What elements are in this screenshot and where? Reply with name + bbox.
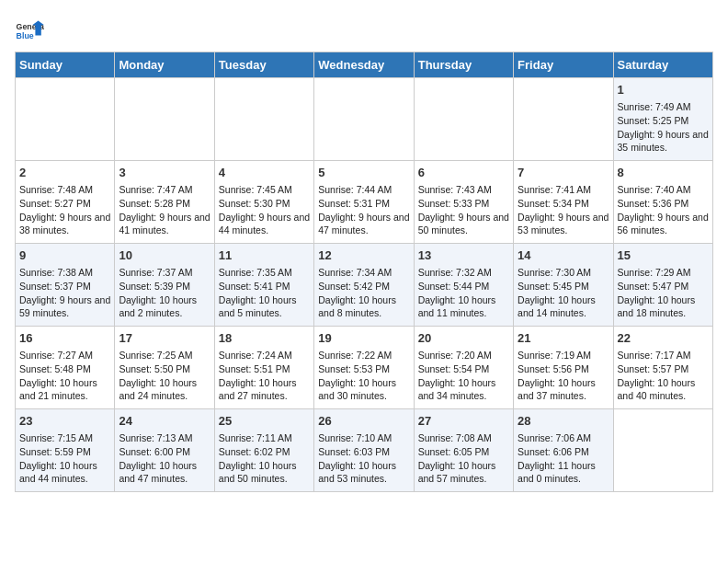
day-number: 16 xyxy=(19,330,110,347)
day-info: Sunrise: 7:13 AM Sunset: 6:00 PM Dayligh… xyxy=(119,431,210,486)
day-number: 6 xyxy=(418,165,509,181)
day-number: 9 xyxy=(19,247,110,264)
calendar-cell xyxy=(414,78,513,161)
calendar-cell: 12Sunrise: 7:34 AM Sunset: 5:42 PM Dayli… xyxy=(314,244,414,327)
weekday-header: Tuesday xyxy=(214,52,313,78)
calendar-cell: 1Sunrise: 7:49 AM Sunset: 5:25 PM Daylig… xyxy=(613,78,712,161)
calendar-week-row: 16Sunrise: 7:27 AM Sunset: 5:48 PM Dayli… xyxy=(16,327,713,409)
day-info: Sunrise: 7:24 AM Sunset: 5:51 PM Dayligh… xyxy=(219,349,310,403)
logo-icon: General Blue xyxy=(15,15,44,44)
day-info: Sunrise: 7:25 AM Sunset: 5:50 PM Dayligh… xyxy=(119,349,210,403)
calendar-cell: 9Sunrise: 7:38 AM Sunset: 5:37 PM Daylig… xyxy=(16,244,115,327)
day-number: 13 xyxy=(418,247,509,264)
calendar-week-row: 2Sunrise: 7:48 AM Sunset: 5:27 PM Daylig… xyxy=(16,161,713,244)
day-info: Sunrise: 7:34 AM Sunset: 5:42 PM Dayligh… xyxy=(318,266,409,320)
day-info: Sunrise: 7:30 AM Sunset: 5:45 PM Dayligh… xyxy=(518,266,609,320)
calendar-cell: 24Sunrise: 7:13 AM Sunset: 6:00 PM Dayli… xyxy=(115,409,214,492)
svg-text:Blue: Blue xyxy=(17,31,34,40)
calendar-table: SundayMondayTuesdayWednesdayThursdayFrid… xyxy=(15,52,713,492)
weekday-header: Monday xyxy=(115,52,214,78)
day-number: 23 xyxy=(19,413,110,430)
calendar-cell: 8Sunrise: 7:40 AM Sunset: 5:36 PM Daylig… xyxy=(613,161,712,244)
day-info: Sunrise: 7:19 AM Sunset: 5:56 PM Dayligh… xyxy=(518,349,609,403)
calendar-cell: 16Sunrise: 7:27 AM Sunset: 5:48 PM Dayli… xyxy=(16,327,115,409)
day-number: 22 xyxy=(618,330,709,347)
day-number: 11 xyxy=(219,247,310,264)
day-info: Sunrise: 7:22 AM Sunset: 5:53 PM Dayligh… xyxy=(318,349,409,403)
day-number: 10 xyxy=(119,247,210,264)
day-info: Sunrise: 7:27 AM Sunset: 5:48 PM Dayligh… xyxy=(19,349,110,403)
day-info: Sunrise: 7:41 AM Sunset: 5:34 PM Dayligh… xyxy=(518,183,609,237)
day-number: 18 xyxy=(219,330,310,347)
day-info: Sunrise: 7:32 AM Sunset: 5:44 PM Dayligh… xyxy=(418,266,509,320)
calendar-cell xyxy=(115,78,214,161)
calendar-cell: 17Sunrise: 7:25 AM Sunset: 5:50 PM Dayli… xyxy=(115,327,214,409)
calendar-cell: 10Sunrise: 7:37 AM Sunset: 5:39 PM Dayli… xyxy=(115,244,214,327)
day-info: Sunrise: 7:47 AM Sunset: 5:28 PM Dayligh… xyxy=(119,183,210,237)
calendar-cell: 26Sunrise: 7:10 AM Sunset: 6:03 PM Dayli… xyxy=(314,409,414,492)
weekday-header: Thursday xyxy=(414,52,513,78)
day-info: Sunrise: 7:48 AM Sunset: 5:27 PM Dayligh… xyxy=(19,183,110,237)
calendar-cell: 13Sunrise: 7:32 AM Sunset: 5:44 PM Dayli… xyxy=(414,244,513,327)
header: General Blue xyxy=(15,15,713,44)
day-info: Sunrise: 7:08 AM Sunset: 6:05 PM Dayligh… xyxy=(418,431,509,486)
day-info: Sunrise: 7:06 AM Sunset: 6:06 PM Dayligh… xyxy=(518,431,609,486)
day-number: 8 xyxy=(618,165,709,181)
day-number: 19 xyxy=(318,330,409,347)
calendar-cell xyxy=(214,78,313,161)
day-info: Sunrise: 7:11 AM Sunset: 6:02 PM Dayligh… xyxy=(219,431,310,486)
day-number: 2 xyxy=(19,165,110,181)
calendar-cell xyxy=(613,409,712,492)
day-number: 27 xyxy=(418,413,509,430)
day-info: Sunrise: 7:38 AM Sunset: 5:37 PM Dayligh… xyxy=(19,266,110,320)
calendar-week-row: 9Sunrise: 7:38 AM Sunset: 5:37 PM Daylig… xyxy=(16,244,713,327)
calendar-cell: 25Sunrise: 7:11 AM Sunset: 6:02 PM Dayli… xyxy=(214,409,313,492)
logo: General Blue xyxy=(15,15,48,44)
weekday-header: Sunday xyxy=(16,52,115,78)
day-number: 12 xyxy=(318,247,409,264)
day-info: Sunrise: 7:44 AM Sunset: 5:31 PM Dayligh… xyxy=(318,183,409,237)
calendar-cell: 2Sunrise: 7:48 AM Sunset: 5:27 PM Daylig… xyxy=(16,161,115,244)
calendar-week-row: 23Sunrise: 7:15 AM Sunset: 5:59 PM Dayli… xyxy=(16,409,713,492)
day-info: Sunrise: 7:29 AM Sunset: 5:47 PM Dayligh… xyxy=(618,266,709,320)
day-info: Sunrise: 7:15 AM Sunset: 5:59 PM Dayligh… xyxy=(19,431,110,486)
calendar-cell: 28Sunrise: 7:06 AM Sunset: 6:06 PM Dayli… xyxy=(514,409,613,492)
calendar-cell: 18Sunrise: 7:24 AM Sunset: 5:51 PM Dayli… xyxy=(214,327,313,409)
calendar-cell: 19Sunrise: 7:22 AM Sunset: 5:53 PM Dayli… xyxy=(314,327,414,409)
calendar-cell: 15Sunrise: 7:29 AM Sunset: 5:47 PM Dayli… xyxy=(613,244,712,327)
day-info: Sunrise: 7:10 AM Sunset: 6:03 PM Dayligh… xyxy=(318,431,409,486)
calendar-cell xyxy=(16,78,115,161)
calendar-cell: 22Sunrise: 7:17 AM Sunset: 5:57 PM Dayli… xyxy=(613,327,712,409)
calendar-cell: 14Sunrise: 7:30 AM Sunset: 5:45 PM Dayli… xyxy=(514,244,613,327)
calendar-cell: 21Sunrise: 7:19 AM Sunset: 5:56 PM Dayli… xyxy=(514,327,613,409)
day-number: 4 xyxy=(219,165,310,181)
day-info: Sunrise: 7:20 AM Sunset: 5:54 PM Dayligh… xyxy=(418,349,509,403)
day-info: Sunrise: 7:37 AM Sunset: 5:39 PM Dayligh… xyxy=(119,266,210,320)
day-info: Sunrise: 7:45 AM Sunset: 5:30 PM Dayligh… xyxy=(219,183,310,237)
day-number: 3 xyxy=(119,165,210,181)
calendar-cell: 20Sunrise: 7:20 AM Sunset: 5:54 PM Dayli… xyxy=(414,327,513,409)
day-number: 14 xyxy=(518,247,609,264)
calendar-cell: 3Sunrise: 7:47 AM Sunset: 5:28 PM Daylig… xyxy=(115,161,214,244)
calendar-cell: 4Sunrise: 7:45 AM Sunset: 5:30 PM Daylig… xyxy=(214,161,313,244)
day-number: 24 xyxy=(119,413,210,430)
calendar-cell: 7Sunrise: 7:41 AM Sunset: 5:34 PM Daylig… xyxy=(514,161,613,244)
calendar-header-row: SundayMondayTuesdayWednesdayThursdayFrid… xyxy=(16,52,713,78)
day-info: Sunrise: 7:40 AM Sunset: 5:36 PM Dayligh… xyxy=(618,183,709,237)
day-number: 26 xyxy=(318,413,409,430)
calendar-cell: 6Sunrise: 7:43 AM Sunset: 5:33 PM Daylig… xyxy=(414,161,513,244)
weekday-header: Saturday xyxy=(613,52,712,78)
weekday-header: Wednesday xyxy=(314,52,414,78)
calendar-cell: 11Sunrise: 7:35 AM Sunset: 5:41 PM Dayli… xyxy=(214,244,313,327)
day-number: 20 xyxy=(418,330,509,347)
day-info: Sunrise: 7:43 AM Sunset: 5:33 PM Dayligh… xyxy=(418,183,509,237)
day-number: 25 xyxy=(219,413,310,430)
calendar-cell xyxy=(514,78,613,161)
calendar-cell: 23Sunrise: 7:15 AM Sunset: 5:59 PM Dayli… xyxy=(16,409,115,492)
calendar-cell: 27Sunrise: 7:08 AM Sunset: 6:05 PM Dayli… xyxy=(414,409,513,492)
day-number: 5 xyxy=(318,165,409,181)
calendar-cell xyxy=(314,78,414,161)
day-number: 17 xyxy=(119,330,210,347)
day-info: Sunrise: 7:35 AM Sunset: 5:41 PM Dayligh… xyxy=(219,266,310,320)
calendar-week-row: 1Sunrise: 7:49 AM Sunset: 5:25 PM Daylig… xyxy=(16,78,713,161)
